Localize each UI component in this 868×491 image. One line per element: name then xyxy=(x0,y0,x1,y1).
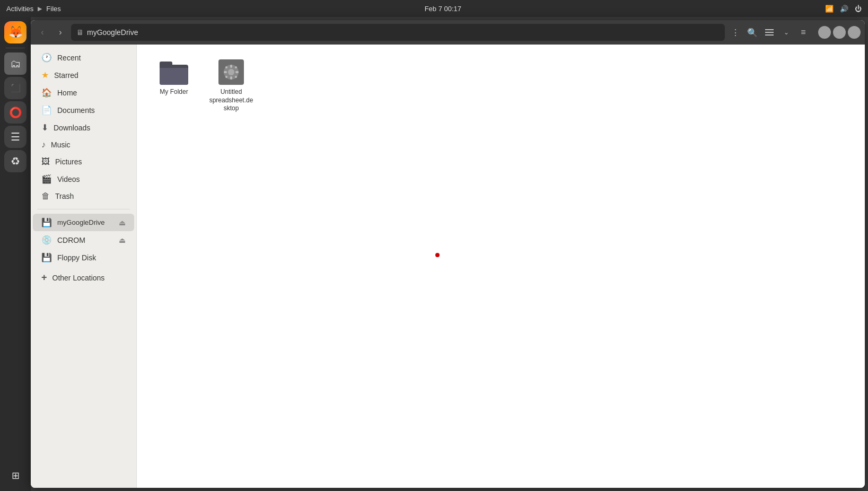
minimize-button[interactable]: − xyxy=(818,26,831,39)
topbar-right: 📶 🔊 ⏻ xyxy=(825,5,862,13)
location-icon: 🖥 xyxy=(76,28,84,37)
maximize-button[interactable]: □ xyxy=(833,26,846,39)
activities-label[interactable]: Activities xyxy=(6,5,33,13)
taskbar-firefox[interactable]: 🦊 xyxy=(4,21,27,43)
downloads-icon: ⬇ xyxy=(41,122,48,133)
sidebar-item-floppydisk[interactable]: 💾 Floppy Disk xyxy=(33,249,134,266)
address-text: myGoogleDrive xyxy=(87,28,720,37)
power-icon[interactable]: ⏻ xyxy=(855,5,862,13)
sidebar-item-other-locations[interactable]: + Other Locations xyxy=(33,268,134,287)
folder-label-myfolder: My Folder xyxy=(160,88,188,97)
terminal-icon: ⬛ xyxy=(11,83,21,93)
mygoogledrive-label: myGoogleDrive xyxy=(57,218,105,226)
window-controls: − □ × xyxy=(818,26,861,39)
desktop-file-label: Untitled spreadsheet.desktop xyxy=(208,88,255,113)
files-icon: 🗂 xyxy=(10,58,21,70)
music-label: Music xyxy=(51,141,71,149)
trash-icon: 🗑 xyxy=(41,191,50,201)
taskbar: 🦊 🗂 ⬛ ⭕ ☰ ♻ ⊞ xyxy=(0,17,31,491)
topbar: Activities ▶ Files Feb 7 00:17 📶 🔊 ⏻ xyxy=(0,0,868,17)
forward-button[interactable]: › xyxy=(53,25,68,40)
sidebar: 🕐 Recent ★ Starred 🏠 Home 📄 Documents ⬇ xyxy=(31,45,137,488)
header-actions: ⋮ 🔍 ⌄ ≡ xyxy=(728,25,811,40)
grid-icon: ⊞ xyxy=(12,470,20,481)
file-manager: ‹ › 🖥 myGoogleDrive ⋮ 🔍 ⌄ ≡ − □ xyxy=(31,20,865,488)
sidebar-item-starred[interactable]: ★ Starred xyxy=(33,66,134,84)
recent-icon: 🕐 xyxy=(41,52,52,63)
googledrive-icon: 💾 xyxy=(41,217,52,227)
pictures-icon: 🖼 xyxy=(41,157,50,166)
eject-googledrive-button[interactable]: ⏏ xyxy=(119,218,126,227)
floppy-icon: 💾 xyxy=(41,252,52,262)
floppy-label: Floppy Disk xyxy=(57,253,96,262)
datetime: Feb 7 00:17 xyxy=(425,5,461,13)
sidebar-item-pictures[interactable]: 🖼 Pictures xyxy=(33,153,134,170)
desktop-file-icon xyxy=(218,59,244,85)
files-grid: My Folder xyxy=(147,55,854,117)
documents-icon: 📄 xyxy=(41,105,52,115)
search-button[interactable]: 🔍 xyxy=(745,25,760,40)
starred-icon: ★ xyxy=(41,70,49,80)
network-icon[interactable]: 📶 xyxy=(825,5,834,13)
gear-icon xyxy=(223,64,240,81)
videos-icon: 🎬 xyxy=(41,174,52,184)
sidebar-item-mygoogledrive[interactable]: 💾 myGoogleDrive ⏏ xyxy=(33,214,134,231)
pictures-label: Pictures xyxy=(55,157,82,166)
downloads-label: Downloads xyxy=(54,124,90,132)
eject-cdrom-button[interactable]: ⏏ xyxy=(119,236,126,244)
file-item-myfolder[interactable]: My Folder xyxy=(147,55,200,117)
taskbar-terminal[interactable]: ⬛ xyxy=(4,77,27,99)
content-area[interactable]: My Folder xyxy=(137,45,865,488)
menu-button[interactable]: ⋮ xyxy=(728,25,743,40)
volume-icon[interactable]: 🔊 xyxy=(840,5,848,13)
list-view-button[interactable] xyxy=(762,25,777,40)
taskbar-tasks[interactable]: ☰ xyxy=(4,126,27,148)
home-label: Home xyxy=(57,89,77,97)
files-label[interactable]: Files xyxy=(46,5,60,13)
sidebar-item-recent[interactable]: 🕐 Recent xyxy=(33,49,134,66)
sidebar-item-documents[interactable]: 📄 Documents xyxy=(33,101,134,119)
back-button[interactable]: ‹ xyxy=(35,25,50,40)
options-button[interactable]: ≡ xyxy=(796,25,811,40)
sidebar-item-videos[interactable]: 🎬 Videos xyxy=(33,170,134,188)
sidebar-item-trash[interactable]: 🗑 Trash xyxy=(33,188,134,205)
documents-label: Documents xyxy=(57,106,95,115)
file-item-spreadsheet[interactable]: Untitled spreadsheet.desktop xyxy=(205,55,258,117)
plus-icon: + xyxy=(41,272,47,283)
svg-point-4 xyxy=(228,69,234,75)
svg-rect-1 xyxy=(765,32,774,33)
taskbar-disks[interactable]: ⭕ xyxy=(4,101,27,124)
cdrom-label: CDROM xyxy=(57,236,85,244)
svg-rect-5 xyxy=(230,65,232,68)
red-dot-indicator xyxy=(435,253,440,257)
sidebar-item-music[interactable]: ♪ Music xyxy=(33,136,134,153)
recycle-icon: ♻ xyxy=(11,155,20,168)
header-bar: ‹ › 🖥 myGoogleDrive ⋮ 🔍 ⌄ ≡ − □ xyxy=(31,20,865,45)
cdrom-icon: 💿 xyxy=(41,235,52,245)
sidebar-item-downloads[interactable]: ⬇ Downloads xyxy=(33,119,134,136)
body-area: 🕐 Recent ★ Starred 🏠 Home 📄 Documents ⬇ xyxy=(31,45,865,488)
home-icon: 🏠 xyxy=(41,87,52,98)
other-locations-label: Other Locations xyxy=(52,274,105,282)
list-view-icon xyxy=(765,28,774,37)
music-icon: ♪ xyxy=(41,140,46,150)
folder-icon-myfolder xyxy=(160,59,188,85)
recent-label: Recent xyxy=(57,54,81,62)
sort-button[interactable]: ⌄ xyxy=(779,25,794,40)
topbar-left: Activities ▶ Files xyxy=(6,5,61,13)
taskbar-files[interactable]: 🗂 xyxy=(4,52,27,75)
close-button[interactable]: × xyxy=(848,26,861,39)
taskbar-grid[interactable]: ⊞ xyxy=(4,464,27,487)
sidebar-item-cdrom[interactable]: 💿 CDROM ⏏ xyxy=(33,231,134,249)
svg-rect-2 xyxy=(765,34,774,36)
svg-rect-7 xyxy=(224,71,227,73)
starred-label: Starred xyxy=(54,71,78,80)
svg-rect-6 xyxy=(230,76,232,80)
taskbar-recycle[interactable]: ♻ xyxy=(4,150,27,172)
videos-label: Videos xyxy=(57,175,80,183)
address-bar[interactable]: 🖥 myGoogleDrive xyxy=(71,24,725,41)
trash-label: Trash xyxy=(55,192,74,200)
tasks-icon: ☰ xyxy=(11,130,20,143)
main-container: 🦊 🗂 ⬛ ⭕ ☰ ♻ ⊞ ‹ › xyxy=(0,17,868,491)
sidebar-item-home[interactable]: 🏠 Home xyxy=(33,84,134,101)
